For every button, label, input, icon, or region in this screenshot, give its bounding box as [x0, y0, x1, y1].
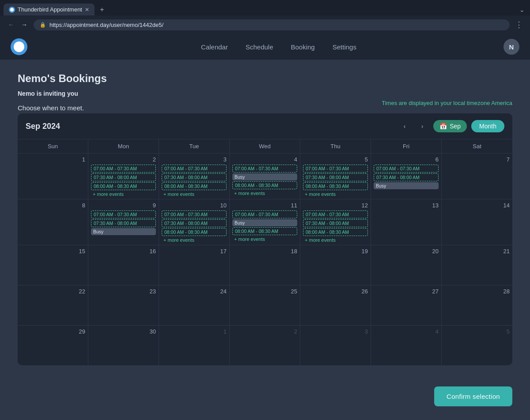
- next-month-button[interactable]: ›: [416, 120, 429, 133]
- available-event[interactable]: 07:30 AM - 08:00 AM: [303, 219, 368, 227]
- day-cell[interactable]: 17: [159, 245, 230, 285]
- day-cell[interactable]: 21: [442, 245, 512, 285]
- nav-calendar[interactable]: Calendar: [201, 41, 228, 52]
- available-event[interactable]: 07:00 AM - 07:30 AM: [162, 210, 227, 218]
- logo-inner: [14, 41, 24, 52]
- day-cell[interactable]: 1: [18, 154, 88, 199]
- week-row-4: 293012345: [18, 325, 512, 365]
- busy-event: Busy: [232, 173, 297, 180]
- day-cell[interactable]: 27: [371, 285, 442, 325]
- day-cell[interactable]: 607:00 AM - 07:30 AM07:30 AM - 08:00 AMB…: [371, 154, 442, 199]
- more-events-link[interactable]: + more events: [91, 191, 156, 197]
- more-events-link[interactable]: + more events: [303, 237, 368, 243]
- day-cell[interactable]: 1207:00 AM - 07:30 AM07:30 AM - 08:00 AM…: [300, 199, 371, 245]
- available-event[interactable]: 08:00 AM - 08:30 AM: [303, 182, 368, 190]
- day-cell[interactable]: 25: [230, 285, 300, 325]
- day-cell[interactable]: 20: [371, 245, 442, 285]
- day-cell[interactable]: 507:00 AM - 07:30 AM07:30 AM - 08:00 AM0…: [300, 154, 371, 199]
- day-cell[interactable]: 1107:00 AM - 07:30 AMBusy08:00 AM - 08:3…: [230, 199, 300, 245]
- available-event[interactable]: 07:00 AM - 07:30 AM: [232, 210, 297, 218]
- calendar-title: Sep 2024: [26, 122, 394, 131]
- day-cell[interactable]: 19: [300, 245, 371, 285]
- available-event[interactable]: 07:00 AM - 07:30 AM: [91, 165, 156, 172]
- day-cell[interactable]: 18: [230, 245, 300, 285]
- day-cell[interactable]: 907:00 AM - 07:30 AM07:30 AM - 08:00 AMB…: [88, 199, 159, 245]
- day-cell[interactable]: 16: [88, 245, 159, 285]
- sep-pill-button[interactable]: 📅 Sep: [433, 120, 467, 132]
- available-event[interactable]: 07:00 AM - 07:30 AM: [232, 165, 297, 172]
- day-cell[interactable]: 3: [300, 326, 371, 365]
- day-cell[interactable]: 14: [442, 199, 512, 245]
- available-event[interactable]: 08:00 AM - 08:30 AM: [232, 227, 297, 235]
- day-cell[interactable]: 15: [18, 245, 88, 285]
- back-button[interactable]: ←: [5, 19, 17, 30]
- day-cell[interactable]: 13: [371, 199, 442, 245]
- nav-settings[interactable]: Settings: [333, 41, 356, 52]
- day-cell[interactable]: 23: [88, 285, 159, 325]
- more-events-link[interactable]: + more events: [162, 191, 227, 197]
- available-event[interactable]: 08:00 AM - 08:30 AM: [303, 228, 368, 236]
- day-cell[interactable]: 2: [230, 326, 300, 365]
- available-event[interactable]: 07:30 AM - 08:00 AM: [162, 173, 227, 181]
- available-event[interactable]: 07:30 AM - 08:00 AM: [162, 219, 227, 227]
- day-cell[interactable]: 1: [159, 326, 230, 365]
- day-header-mon: Mon: [88, 139, 159, 153]
- forward-button[interactable]: →: [19, 19, 30, 30]
- day-cell[interactable]: 7: [442, 154, 512, 199]
- confirm-selection-button[interactable]: Confirm selection: [434, 386, 512, 406]
- available-event[interactable]: 07:30 AM - 08:00 AM: [374, 173, 439, 181]
- page-title: Nemo's Bookings: [18, 72, 512, 85]
- new-tab-button[interactable]: +: [96, 4, 108, 15]
- day-header-tue: Tue: [159, 139, 230, 153]
- day-number: 25: [232, 288, 297, 295]
- minimize-button[interactable]: ⌄: [518, 4, 526, 15]
- available-event[interactable]: 07:00 AM - 07:30 AM: [91, 210, 156, 218]
- nav-schedule[interactable]: Schedule: [246, 41, 273, 52]
- avatar[interactable]: N: [504, 39, 519, 55]
- available-event[interactable]: 07:00 AM - 07:30 AM: [303, 165, 368, 172]
- browser-menu-button[interactable]: ⋮: [513, 18, 525, 31]
- day-cell[interactable]: 24: [159, 285, 230, 325]
- browser-chrome: Thunderbird Appointment ✕ + ⌄ ← → 🔒 http…: [0, 0, 530, 34]
- available-event[interactable]: 08:00 AM - 08:30 AM: [162, 228, 227, 236]
- day-cell[interactable]: 307:00 AM - 07:30 AM07:30 AM - 08:00 AM0…: [159, 154, 230, 199]
- prev-month-button[interactable]: ‹: [398, 120, 411, 133]
- available-event[interactable]: 07:00 AM - 07:30 AM: [303, 210, 368, 218]
- day-cell[interactable]: 407:00 AM - 07:30 AMBusy08:00 AM - 08:30…: [230, 154, 300, 199]
- day-cell[interactable]: 29: [18, 326, 88, 365]
- available-event[interactable]: 08:00 AM - 08:30 AM: [91, 182, 156, 190]
- tab-close-button[interactable]: ✕: [85, 7, 89, 13]
- day-number: 1: [20, 156, 85, 163]
- nav-booking[interactable]: Booking: [291, 41, 315, 52]
- more-events-link[interactable]: + more events: [232, 236, 297, 242]
- more-events-link[interactable]: + more events: [232, 190, 297, 196]
- day-number: 17: [162, 248, 227, 255]
- day-cell[interactable]: 26: [300, 285, 371, 325]
- day-header-thu: Thu: [300, 139, 371, 153]
- available-event[interactable]: 07:30 AM - 08:00 AM: [91, 219, 156, 227]
- day-number: 3: [303, 328, 368, 335]
- tab-bar: Thunderbird Appointment ✕ + ⌄: [0, 0, 530, 15]
- url-bar[interactable]: 🔒 https://appointment.day/user/nemo/1442…: [34, 19, 510, 30]
- day-cell[interactable]: 4: [371, 326, 442, 365]
- active-tab[interactable]: Thunderbird Appointment ✕: [4, 4, 95, 15]
- day-number: 3: [162, 156, 227, 163]
- available-event[interactable]: 07:00 AM - 07:30 AM: [162, 165, 227, 172]
- more-events-link[interactable]: + more events: [162, 237, 227, 243]
- available-event[interactable]: 08:00 AM - 08:30 AM: [162, 182, 227, 190]
- available-event[interactable]: 08:00 AM - 08:30 AM: [232, 181, 297, 189]
- month-pill-button[interactable]: Month: [471, 120, 504, 132]
- available-event[interactable]: 07:00 AM - 07:30 AM: [374, 165, 439, 172]
- day-cell[interactable]: 5: [442, 326, 512, 365]
- day-cell[interactable]: 28: [442, 285, 512, 325]
- day-cell[interactable]: 207:00 AM - 07:30 AM07:30 AM - 08:00 AM0…: [88, 154, 159, 199]
- day-cell[interactable]: 8: [18, 199, 88, 245]
- available-event[interactable]: 07:30 AM - 08:00 AM: [303, 173, 368, 181]
- day-cell[interactable]: 22: [18, 285, 88, 325]
- available-event[interactable]: 07:30 AM - 08:00 AM: [91, 173, 156, 181]
- day-number: 28: [444, 288, 510, 295]
- day-cell[interactable]: 30: [88, 326, 159, 365]
- day-cell[interactable]: 1007:00 AM - 07:30 AM07:30 AM - 08:00 AM…: [159, 199, 230, 245]
- more-events-link[interactable]: + more events: [303, 191, 368, 197]
- invite-text: Nemo is inviting you: [18, 90, 512, 97]
